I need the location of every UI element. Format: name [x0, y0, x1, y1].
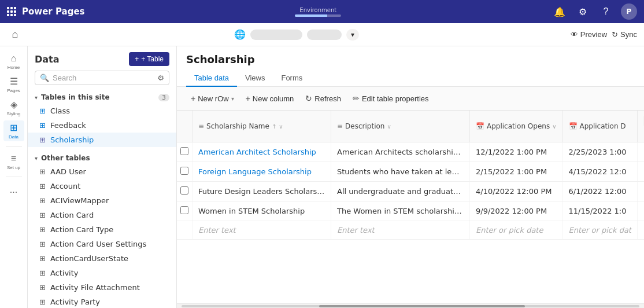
grid-icon: ⊞ [39, 225, 46, 234]
sidebar-item-pages[interactable]: ☰ Pages [3, 74, 24, 95]
second-nav-center: 🌐 ▾ [23, 29, 571, 41]
nav-pill-2[interactable] [307, 30, 342, 40]
site-tables-count: 3 [158, 94, 169, 101]
td-checkbox-empty [177, 221, 193, 240]
home-icon[interactable]: ⌂ [7, 27, 23, 43]
th-scholarship-name[interactable]: ≡ Scholarship Name ↑ ∨ [193, 111, 331, 142]
globe-icon: 🌐 [234, 29, 246, 40]
edit-table-properties-button[interactable]: ✏ Edit table properties [348, 91, 434, 105]
table-item-aciviewmapper[interactable]: ⊞ ACIViewMapper [28, 193, 176, 208]
td-enter-text-1[interactable]: Enter text [193, 221, 331, 240]
sort-icon[interactable]: ↑ [272, 123, 276, 130]
new-row-button[interactable]: + New rOw ▾ [186, 91, 239, 105]
sidebar-item-data[interactable]: ⊞ Data [3, 120, 24, 141]
td-extra [637, 162, 644, 182]
waffle-icon[interactable] [7, 7, 16, 16]
table-item-action-card-user-state[interactable]: ⊞ ActionCardUserState [28, 251, 176, 266]
td-enter-text-2[interactable]: Enter text [331, 221, 470, 240]
grid-icon: ⊞ [39, 211, 46, 219]
sidebar-item-setup[interactable]: ≡ Set up [3, 151, 24, 172]
td-app-opens: 12/1/2022 1:00 PM [470, 142, 563, 162]
section-header-site-tables[interactable]: ▾ Tables in this site 3 [28, 90, 176, 104]
date-icon-2: 📅 [569, 122, 578, 130]
th-application-opens[interactable]: 📅 Application Opens ∨ [470, 111, 563, 142]
td-scholarship-name[interactable]: Foreign Language Scholarship [193, 162, 331, 182]
bottom-scrollbar [177, 303, 644, 308]
avatar[interactable]: P [621, 3, 637, 20]
new-column-button[interactable]: + New column [241, 91, 299, 105]
settings-button[interactable]: ⚙ [575, 3, 591, 20]
td-description: All undergraduate and graduate s... [331, 182, 470, 201]
td-app-deadline: 6/1/2022 12:00 [562, 182, 637, 201]
table-item-action-card-user-settings[interactable]: ⊞ Action Card User Settings [28, 237, 176, 251]
more-icon: ··· [10, 187, 17, 197]
td-checkbox [177, 182, 193, 201]
td-app-opens: 2/15/2022 1:00 PM [470, 162, 563, 182]
tab-forms[interactable]: Forms [273, 70, 310, 87]
row-checkbox[interactable] [180, 186, 188, 195]
environment-label: Environment [299, 7, 336, 13]
table-item-feedback[interactable]: ⊞ Feedback [28, 118, 176, 133]
sync-button[interactable]: ↻ Sync [612, 30, 637, 39]
table-item-action-card-type[interactable]: ⊞ Action Card Type [28, 222, 176, 237]
pages-icon: ☰ [10, 76, 18, 87]
table-item-class[interactable]: ⊞ Class [28, 104, 176, 118]
th-more-columns[interactable]: +31 more ▾ + [637, 111, 644, 142]
environment-progress-fill [295, 14, 327, 17]
table-item-activity[interactable]: ⊞ Activity [28, 266, 176, 280]
filter-icon[interactable]: ∨ [387, 123, 391, 130]
th-description[interactable]: ≡ Description ∨ [331, 111, 470, 142]
table-item-action-card[interactable]: ⊞ Action Card [28, 208, 176, 222]
row-checkbox[interactable] [180, 206, 188, 214]
help-button[interactable]: ? [598, 3, 614, 20]
nav-pill-1[interactable] [250, 30, 302, 40]
nav-dropdown-button[interactable]: ▾ [346, 29, 359, 41]
notifications-button[interactable]: 🔔 [552, 3, 568, 20]
refresh-button[interactable]: ↻ Refresh [301, 91, 346, 105]
filter-icon[interactable]: ∨ [279, 123, 283, 130]
chevron-down-icon-2: ▾ [35, 155, 38, 162]
table-item-activity-file-attachment[interactable]: ⊞ Activity File Attachment [28, 280, 176, 295]
td-extra [637, 201, 644, 221]
filter-icon[interactable]: ∨ [552, 123, 556, 130]
top-nav-center: Environment [85, 7, 552, 17]
scrollbar-track[interactable] [182, 305, 639, 307]
td-app-deadline: 4/15/2022 12:0 [562, 162, 637, 182]
home-icon: ⌂ [11, 53, 17, 64]
eye-icon: 👁 [571, 30, 578, 39]
add-table-button[interactable]: + + Table [129, 52, 169, 66]
search-input[interactable] [53, 74, 154, 82]
row-checkbox[interactable] [180, 147, 188, 155]
sidebar-item-more[interactable]: ··· [3, 182, 24, 203]
td-description: American Architects scholarship is... [331, 142, 470, 162]
section-header-other-tables[interactable]: ▾ Other tables [28, 151, 176, 164]
sidebar-separator [6, 146, 22, 146]
search-icon: 🔍 [40, 74, 49, 82]
td-extra [637, 142, 644, 162]
tab-table-data[interactable]: Table data [186, 70, 237, 87]
td-enter-date-2[interactable]: Enter or pick dat [562, 221, 637, 240]
filter-icon[interactable]: ⚙ [157, 74, 164, 82]
sidebar-item-styling[interactable]: ◈ Styling [3, 97, 24, 118]
chevron-down-icon: ▾ [35, 94, 38, 101]
td-enter-date-1[interactable]: Enter or pick date [470, 221, 563, 240]
table-item-account[interactable]: ⊞ Account [28, 179, 176, 193]
preview-button[interactable]: 👁 Preview [571, 30, 607, 39]
grid-icon: ⊞ [39, 107, 46, 115]
table-item-scholarship[interactable]: ⊞ Scholarship ··· [28, 133, 176, 147]
td-checkbox [177, 201, 193, 221]
chevron-down-icon: ▾ [351, 31, 354, 39]
sidebar-item-home[interactable]: ⌂ Home [3, 51, 24, 72]
td-app-deadline: 11/15/2022 1:0 [562, 201, 637, 221]
row-checkbox[interactable] [180, 167, 188, 175]
table-item-aad-user[interactable]: ⊞ AAD User [28, 164, 176, 179]
sidebar-separator-2 [6, 177, 22, 177]
app-name: Power Pages [22, 6, 85, 17]
td-scholarship-name[interactable]: American Architect Scholarship [193, 142, 331, 162]
grid-icon: ⊞ [39, 254, 46, 263]
environment-progress [295, 14, 341, 17]
table-item-activity-party[interactable]: ⊞ Activity Party [28, 295, 176, 308]
tab-views[interactable]: Views [237, 70, 273, 87]
th-application-deadline[interactable]: 📅 Application D [562, 111, 637, 142]
table-row: Women in STEM Scholarship The Women in S… [177, 201, 644, 221]
